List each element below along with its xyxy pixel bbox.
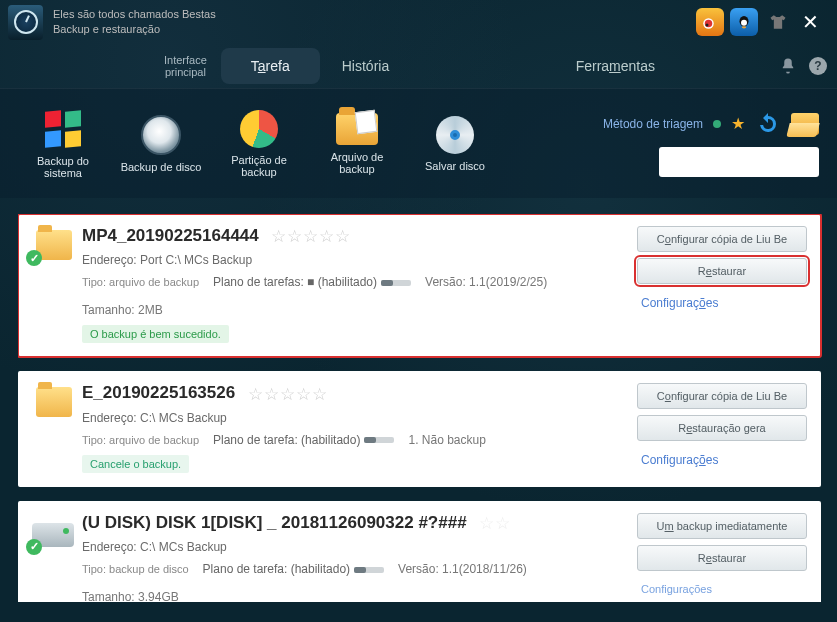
help-icon[interactable]: ? [809,57,827,75]
tool-label: Backup de disco [121,161,202,173]
folder-icon: ✓ [36,230,72,260]
sort-label[interactable]: Método de triagem [603,117,703,131]
task-address: Endereço: C:\ MCs Backup [82,540,637,554]
task-list[interactable]: ✓ MP4_20190225164444 ☆☆☆☆☆ Endereço: Por… [18,214,825,602]
task-address: Endereço: Port C:\ MCs Backup [82,253,637,267]
titlebar: Eles são todos chamados Bestas Backup e … [0,0,837,44]
general-restore-button[interactable]: Restauração gera [637,415,807,441]
refresh-icon[interactable] [755,111,781,137]
cd-icon [436,116,474,154]
sort-dot-icon[interactable] [713,120,721,128]
configure-copy-button[interactable]: Configurar cópia de Liu Be [637,226,807,252]
settings-link[interactable]: Configurações [637,453,807,467]
task-card[interactable]: ✓ MP4_20190225164444 ☆☆☆☆☆ Endereço: Por… [18,214,821,357]
tool-system-backup[interactable]: Backup do sistema [18,109,108,179]
pie-icon [240,110,278,148]
folder-icon [36,387,72,417]
task-name: MP4_20190225164444 [82,226,259,246]
open-folder-icon[interactable] [791,113,819,135]
bell-icon[interactable] [779,57,797,75]
rating-stars[interactable]: ☆☆☆☆☆ [271,226,350,247]
app-subtitle: Backup e restauração [53,22,216,37]
task-address: Endereço: C:\ MCs Backup [82,411,637,425]
qq-icon[interactable] [730,8,758,36]
svg-point-1 [705,20,713,28]
star-icon[interactable]: ★ [731,114,745,133]
disk-icon [141,115,181,155]
toolbar: Backup do sistema Backup de disco Partiç… [0,88,837,198]
search-input[interactable] [659,147,819,177]
weibo-icon[interactable] [696,8,724,36]
windows-icon [43,109,83,149]
status-badge: O backup é bem sucedido. [82,325,229,343]
app-icon [8,5,43,40]
task-name: (U DISK) DISK 1[DISK] _ 20181126090322 #… [82,513,467,533]
tool-label: Salvar disco [425,160,485,172]
rating-stars[interactable]: ☆☆ [479,513,510,534]
configure-copy-button[interactable]: Configurar cópia de Liu Be [637,383,807,409]
tool-label: Backup do sistema [18,155,108,179]
task-card[interactable]: ✓ (U DISK) DISK 1[DISK] _ 20181126090322… [18,501,821,602]
task-card[interactable]: E_20190225163526 ☆☆☆☆☆ Endereço: C:\ MCs… [18,371,821,486]
status-badge: Cancele o backup. [82,455,189,473]
disk-drive-icon: ✓ [32,523,74,547]
tool-partition-backup[interactable]: Partição de backup [214,110,304,178]
tab-history[interactable]: História [320,48,411,84]
settings-link[interactable]: Configurações [637,583,807,595]
tshirt-icon[interactable] [764,8,792,36]
svg-point-4 [741,20,747,26]
tab-task[interactable]: Tarefa [221,48,320,84]
tool-disk-backup[interactable]: Backup de disco [116,115,206,173]
tab-main[interactable]: Interfaceprincipal [150,48,221,84]
tool-file-backup[interactable]: Arquivo de backup [312,113,402,175]
folder-icon [336,113,378,145]
task-name: E_20190225163526 [82,383,235,403]
content: ✓ MP4_20190225164444 ☆☆☆☆☆ Endereço: Por… [0,198,837,622]
tool-label: Partição de backup [214,154,304,178]
svg-point-2 [706,24,709,27]
svg-point-5 [742,26,747,28]
settings-link[interactable]: Configurações [637,296,807,310]
tool-save-disk[interactable]: Salvar disco [410,116,500,172]
close-icon[interactable]: ✕ [792,10,829,34]
backup-now-button[interactable]: Um backup imediatamente [637,513,807,539]
tab-tools[interactable]: Ferramentas [576,58,655,74]
rating-stars[interactable]: ☆☆☆☆☆ [248,384,327,405]
tabbar: Interfaceprincipal Tarefa História Ferra… [0,44,837,88]
restore-button[interactable]: Restaurar [637,258,807,284]
restore-button[interactable]: Restaurar [637,545,807,571]
tool-label: Arquivo de backup [312,151,402,175]
search-box [659,147,819,177]
app-title: Eles são todos chamados Bestas [53,7,216,22]
